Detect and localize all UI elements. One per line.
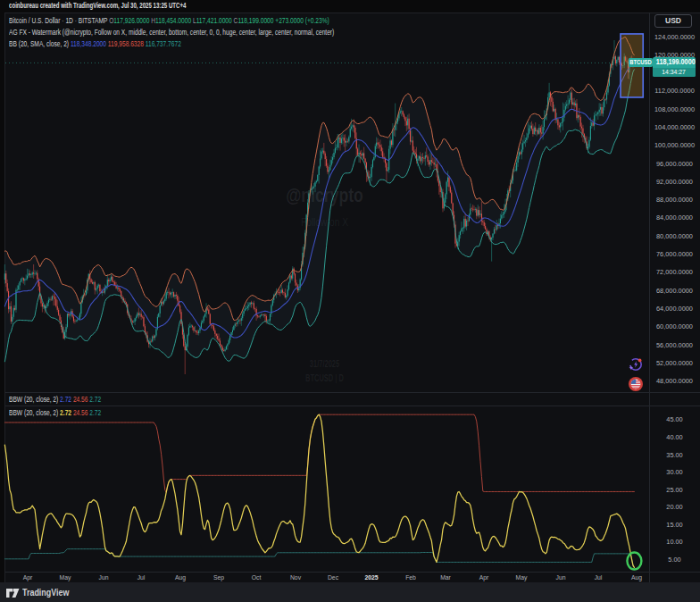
bbw2-expansion: 24.56 (73, 408, 88, 417)
ohlc-high: 118,454.0000 (155, 16, 191, 25)
time-axis-label: Aug (621, 573, 652, 581)
price-scale-label: 84,000.0000 (651, 213, 697, 222)
price-scale-label: 76,000.0000 (651, 250, 697, 258)
price-scale-label: 108,000.0000 (651, 105, 697, 113)
bbw1-title[interactable]: BBW (20, close, 2) (9, 395, 58, 404)
price-scale-label: 96,000.0000 (651, 160, 697, 168)
bb-basis-value: 118,348.2000 (71, 39, 106, 48)
symbol-title[interactable]: Bitcoin / U.S. Dollar (9, 16, 60, 25)
symbol-exchange[interactable]: BITSTAMP (79, 16, 108, 25)
chart-canvas[interactable] (0, 0, 700, 602)
bbw-legend-1[interactable]: BBW (20, close, 2) 2.72 24.56 2.72 (9, 395, 101, 404)
time-axis-label: May (506, 573, 537, 581)
tradingview-logo-text[interactable]: TradingView (22, 587, 69, 598)
bottom-toolbar: TradingView (0, 582, 700, 602)
bbw-line (4, 414, 634, 567)
price-scale-separator[interactable] (649, 13, 650, 582)
currency-toggle-button[interactable]: USD (654, 14, 692, 28)
bbw1-expansion: 24.56 (73, 395, 88, 404)
pane-separator-2[interactable] (5, 406, 700, 406)
price-scale-label: 92,000.0000 (651, 178, 697, 186)
time-axis-label: Jun (88, 573, 119, 581)
price-scale-label: 112,000.0000 (651, 87, 697, 95)
legend-bb-row[interactable]: BB (20, SMA, close, 2) 118,348.2000 119,… (9, 38, 334, 50)
bbw-scale-label: 25.00 (651, 486, 697, 494)
watermark-handle: @nicrypto (65, 184, 585, 207)
ohlc-open: 117,926.0000 (113, 16, 149, 25)
tradingview-logo-icon[interactable] (6, 588, 20, 598)
ohlc-close: 118,199.0000 (238, 16, 273, 25)
price-scale-label: 124,000.0000 (651, 33, 697, 41)
bb-title[interactable]: BB (20, SMA, close, 2) (9, 39, 69, 48)
time-axis-label: Feb (396, 573, 426, 581)
bbw-scale-label: 30.00 (651, 468, 697, 476)
bbw-lowest-contraction-line (4, 549, 634, 568)
bbw2-contraction: 2.72 (89, 408, 101, 417)
last-price-value-text: 118,199.0000 (656, 57, 696, 68)
bbw2-value: 2.72 (60, 408, 71, 417)
symbol-price-tag: BTCUSD (629, 58, 653, 67)
bbw1-value: 2.72 (60, 395, 71, 404)
bb-lower-value: 116,737.7672 (146, 39, 181, 48)
time-axis-label: Oct (241, 573, 271, 581)
tradingview-screenshot: coinbureau created with TradingView.com,… (0, 0, 700, 602)
legend-symbol-row[interactable]: Bitcoin / U.S. Dollar · 1D · BITSTAMP O1… (9, 15, 334, 27)
bbw-scale-label: 45.00 (651, 415, 697, 423)
bbw-scale-label: 20.00 (651, 503, 697, 511)
price-scale-label: 52,000.0000 (651, 359, 697, 367)
watermark-symbol-text: BTCUSD | D (81, 372, 568, 386)
time-axis-label: Sep (204, 573, 234, 581)
time-axis-label: Aug (165, 573, 196, 581)
us-flag-event-icon[interactable] (628, 376, 644, 396)
price-scale-label: 60,000.0000 (651, 322, 697, 330)
time-axis-label: Jul (583, 573, 613, 581)
price-scale-label: 100,000.0000 (651, 141, 697, 149)
watermark-date: 31/7/2025 (81, 357, 568, 372)
price-scale-label: 56,000.0000 (651, 341, 697, 349)
chart-legend: Bitcoin / U.S. Dollar · 1D · BITSTAMP O1… (9, 15, 426, 50)
price-scale-label: 72,000.0000 (651, 268, 697, 276)
price-scale-label: 64,000.0000 (651, 305, 697, 313)
time-axis-label: Apr (12, 573, 43, 581)
ohlc-change: +273.0000 (+0.23%) (275, 16, 329, 25)
bbw-scale-label: 15.00 (651, 521, 697, 529)
watermark-symbol: 31/7/2025 BTCUSD | D (81, 357, 568, 386)
last-price-value: 118,199.0000 (653, 57, 696, 68)
watermark-subtitle: Follow on X (71, 215, 578, 229)
bbw-scale-label: 10.00 (651, 538, 697, 546)
time-axis-label: Jun (546, 573, 576, 581)
time-axis-label: 2025 (356, 573, 387, 581)
ohlc-low: 117,421.0000 (196, 16, 232, 25)
price-scale-label: 48,000.0000 (651, 377, 697, 385)
symbol-interval[interactable]: 1D (65, 16, 72, 25)
last-price-label: 118,199.0000 14:34:27 (653, 57, 696, 77)
legend-watermark-row[interactable]: AG FX - Watermark (@nicrypto, Follow on … (9, 27, 334, 38)
bbw2-title[interactable]: BBW (20, close, 2) (9, 408, 58, 417)
pane-separator-1[interactable] (5, 392, 700, 393)
bbw-scale-label: 40.00 (651, 433, 697, 441)
bbw1-contraction: 2.72 (89, 395, 101, 404)
time-axis-separator (5, 572, 700, 573)
time-axis-label: Jul (126, 573, 156, 581)
bb-upper-value: 119,958.6328 (108, 39, 144, 48)
time-axis-label: Nov (280, 573, 311, 581)
time-axis-label: Apr (469, 573, 499, 581)
price-scale-label: 88,000.0000 (651, 196, 697, 204)
bar-countdown-text: 14:34:27 (662, 68, 686, 78)
time-axis-label: Dec (318, 573, 348, 581)
bbw-scale-label: 35.00 (651, 451, 697, 459)
ai-spark-icon[interactable] (628, 356, 644, 376)
price-scale-label: 80,000.0000 (651, 232, 697, 240)
price-scale-label: 104,000.0000 (651, 123, 697, 131)
bbw-highest-expansion-line (4, 414, 634, 492)
bbw-legend-2[interactable]: BBW (20, close, 2) 2.72 24.56 2.72 (9, 408, 101, 417)
time-axis-label: Mar (430, 573, 461, 581)
time-axis-label: May (50, 573, 80, 581)
bbw-scale-label: 5.00 (651, 556, 697, 564)
bar-countdown: 14:34:27 (653, 68, 696, 78)
price-scale-label: 68,000.0000 (651, 287, 697, 295)
